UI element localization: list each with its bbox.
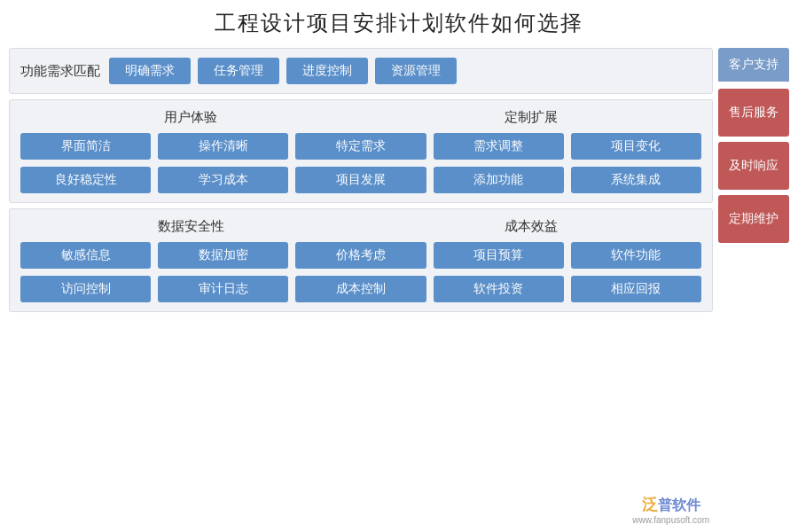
sidebar-header: 客户支持 xyxy=(718,48,789,82)
row2-tag[interactable]: 操作清晰 xyxy=(158,133,288,160)
sidebar-button[interactable]: 售后服务 xyxy=(718,89,789,137)
right-sidebar: 客户支持 售后服务及时响应定期维护 xyxy=(718,48,789,523)
row1-tag[interactable]: 任务管理 xyxy=(198,58,279,84)
row1-tag[interactable]: 进度控制 xyxy=(286,58,368,84)
section-row3: 数据安全性 成本效益 敏感信息数据加密价格考虑项目预算软件功能访问控制审计日志成… xyxy=(9,208,713,312)
row3-headers: 数据安全性 成本效益 xyxy=(20,218,701,235)
row2-tag[interactable]: 界面简洁 xyxy=(20,133,151,160)
row3-tag[interactable]: 访问控制 xyxy=(20,276,151,302)
row2-tag[interactable]: 特定需求 xyxy=(295,133,426,160)
sidebar-button[interactable]: 定期维护 xyxy=(718,195,789,243)
watermark-logo: 泛普软件 xyxy=(642,494,700,515)
row2-tag[interactable]: 良好稳定性 xyxy=(20,167,151,193)
section-row2: 用户体验 定制扩展 界面简洁操作清晰特定需求需求调整项目变化良好稳定性学习成本项… xyxy=(9,99,713,203)
row3-tag[interactable]: 软件投资 xyxy=(434,276,564,302)
row1-tag[interactable]: 明确需求 xyxy=(109,58,191,84)
row2-header-1: 用户体验 xyxy=(20,109,361,126)
row2-grid: 界面简洁操作清晰特定需求需求调整项目变化良好稳定性学习成本项目发展添加功能系统集… xyxy=(20,133,701,193)
watermark-url: www.fanpusoft.com xyxy=(632,515,709,525)
watermark: 泛普软件 www.fanpusoft.com xyxy=(632,494,709,525)
row2-tag[interactable]: 添加功能 xyxy=(434,167,564,193)
row3-tag[interactable]: 敏感信息 xyxy=(20,242,151,269)
content-area: 功能需求匹配 明确需求任务管理进度控制资源管理 用户体验 定制扩展 界面简洁操作… xyxy=(9,48,789,523)
row1-tag[interactable]: 资源管理 xyxy=(375,58,457,84)
section-row1: 功能需求匹配 明确需求任务管理进度控制资源管理 xyxy=(9,48,713,94)
row2-header-2: 定制扩展 xyxy=(361,109,701,126)
row1-tags: 明确需求任务管理进度控制资源管理 xyxy=(109,58,457,84)
row3-tag[interactable]: 相应回报 xyxy=(571,276,701,302)
row3-header-1: 数据安全性 xyxy=(20,218,361,235)
row3-tag[interactable]: 审计日志 xyxy=(158,276,288,302)
row2-tag[interactable]: 系统集成 xyxy=(571,167,701,193)
main-content: 功能需求匹配 明确需求任务管理进度控制资源管理 用户体验 定制扩展 界面简洁操作… xyxy=(9,48,713,523)
row3-tag[interactable]: 项目预算 xyxy=(434,242,564,269)
sidebar-buttons: 售后服务及时响应定期维护 xyxy=(718,89,789,248)
sidebar-button[interactable]: 及时响应 xyxy=(718,142,789,190)
row2-tag[interactable]: 需求调整 xyxy=(434,133,564,160)
row2-headers: 用户体验 定制扩展 xyxy=(20,109,701,126)
row1-label: 功能需求匹配 xyxy=(20,63,100,80)
row3-tag[interactable]: 数据加密 xyxy=(158,242,288,269)
row3-tag[interactable]: 价格考虑 xyxy=(295,242,426,269)
row3-header-2: 成本效益 xyxy=(361,218,701,235)
row2-tag[interactable]: 项目变化 xyxy=(571,133,701,160)
row3-tag[interactable]: 成本控制 xyxy=(295,276,426,302)
row3-grid: 敏感信息数据加密价格考虑项目预算软件功能访问控制审计日志成本控制软件投资相应回报 xyxy=(20,242,701,302)
row2-tag[interactable]: 项目发展 xyxy=(295,167,426,193)
row3-tag[interactable]: 软件功能 xyxy=(571,242,701,269)
row2-tag[interactable]: 学习成本 xyxy=(158,167,288,193)
page-title: 工程设计项目安排计划软件如何选择 xyxy=(9,9,789,37)
